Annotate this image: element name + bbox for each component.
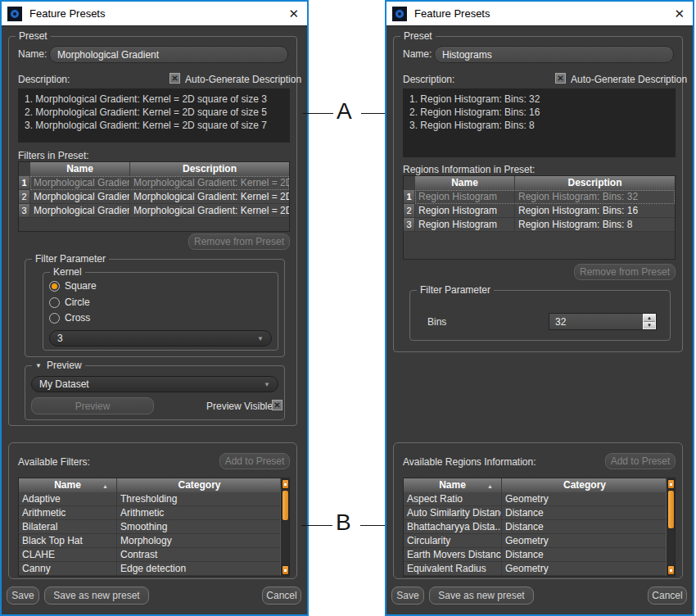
- table-row[interactable]: Adaptive Thresholding: [19, 492, 282, 506]
- table-corner: [19, 162, 30, 176]
- save-as-new-preset-button[interactable]: Save as new preset: [429, 587, 534, 605]
- name-label: Name:: [403, 48, 432, 60]
- table-row[interactable]: Bhattacharyya Dista... Distance: [404, 520, 667, 534]
- table-row[interactable]: Auto Similarity Distance Distance: [404, 506, 667, 520]
- cell-category: Distance: [502, 506, 667, 520]
- table-row[interactable]: Equivalent Radius Geometry: [404, 562, 667, 576]
- scrollbar[interactable]: [280, 478, 289, 576]
- available-regions-table: Name ▲ Category Aspect Ratio Geometry Au…: [403, 478, 676, 577]
- close-icon[interactable]: ✕: [674, 7, 685, 20]
- radio-label: Cross: [65, 312, 90, 324]
- column-header-category[interactable]: Category: [502, 478, 667, 492]
- cell-name: Region Histogram: [415, 218, 515, 232]
- name-input[interactable]: Histograms: [434, 46, 674, 63]
- radio-cross[interactable]: Cross: [49, 312, 90, 324]
- column-header-name[interactable]: Name ▲: [404, 478, 502, 492]
- table-row[interactable]: 3 Region Histogram Region Histogram: Bin…: [404, 218, 675, 232]
- table-row[interactable]: Bilateral Smoothing: [19, 520, 282, 534]
- add-to-preset-button[interactable]: Add to Preset: [219, 453, 290, 469]
- table-row[interactable]: 1 Region Histogram Region Histogram: Bin…: [404, 190, 675, 204]
- table-row[interactable]: 1 Morphological Gradient Morphological G…: [19, 176, 289, 190]
- column-header-name[interactable]: Name: [30, 162, 130, 176]
- filters-in-preset-label: Filters in Preset:: [18, 150, 89, 161]
- column-header-name[interactable]: Name: [415, 176, 515, 190]
- cell-category: Contrast: [117, 548, 282, 562]
- cell-category: Edge detection: [117, 562, 282, 576]
- cell-category: Morphology: [117, 534, 282, 548]
- cell-name: Circularity: [404, 534, 502, 548]
- table-row[interactable]: Earth Movers Distance Distance: [404, 548, 667, 562]
- cell-category: Smoothing: [117, 520, 282, 534]
- spin-down-icon[interactable]: ▼: [644, 321, 655, 328]
- column-header-category[interactable]: Category: [117, 478, 282, 492]
- description-line: 1. Morphological Gradient: Kernel = 2D s…: [25, 93, 283, 106]
- description-line: 3. Region Histogram: Bins: 8: [409, 119, 669, 132]
- cell-name: Bhattacharyya Dista...: [404, 520, 502, 534]
- scroll-thumb[interactable]: [667, 490, 675, 529]
- preset-group-title: Preset: [16, 30, 51, 42]
- table-row[interactable]: CLAHE Contrast: [19, 548, 282, 562]
- radio-button: [49, 313, 60, 324]
- cell-description: Morphological Gradient: Kernel = 2D ...: [130, 190, 289, 204]
- cell-name: Region Histogram: [415, 204, 515, 218]
- cell-name: Region Histogram: [415, 190, 515, 204]
- auto-generate-checkbox[interactable]: ✕: [169, 73, 180, 84]
- spin-up-icon[interactable]: ▲: [644, 315, 655, 321]
- description-line: 3. Morphological Gradient: Kernel = 2D s…: [25, 119, 283, 132]
- preview-visible-checkbox[interactable]: ✕: [272, 400, 282, 410]
- table-row[interactable]: Arithmetic Arithmetic: [19, 506, 282, 520]
- kernel-size-select[interactable]: 3 ▼: [49, 330, 272, 346]
- connector-line: [303, 113, 333, 114]
- column-header-description[interactable]: Description: [515, 176, 675, 190]
- cell-description: Region Histogram: Bins: 16: [515, 204, 675, 218]
- table-row[interactable]: Black Top Hat Morphology: [19, 534, 282, 548]
- radio-circle[interactable]: Circle: [49, 297, 90, 308]
- cell-name: Earth Movers Distance: [404, 548, 502, 562]
- dataset-select[interactable]: My Dataset ▼: [31, 376, 278, 392]
- save-button[interactable]: Save: [391, 587, 424, 605]
- scroll-up-button[interactable]: [667, 479, 675, 489]
- connector-label-a: A: [337, 98, 352, 125]
- bins-spinbox[interactable]: 32 ▲ ▼: [549, 313, 657, 330]
- connector-label-b: B: [336, 510, 351, 536]
- cancel-button[interactable]: Cancel: [262, 587, 301, 605]
- cell-name: Arithmetic: [19, 506, 117, 520]
- description-line: 1. Region Histogram: Bins: 32: [409, 93, 669, 106]
- name-input[interactable]: Morphological Gradient: [49, 46, 288, 63]
- table-corner: [404, 176, 415, 190]
- description-box[interactable]: 1. Region Histogram: Bins: 32 2. Region …: [403, 88, 676, 157]
- available-regions-label: Available Regions Information:: [403, 456, 536, 468]
- auto-generate-label: Auto-Generate Description: [185, 74, 301, 85]
- table-row[interactable]: Circularity Geometry: [404, 534, 667, 548]
- cancel-button[interactable]: Cancel: [648, 587, 687, 605]
- cell-description: Morphological Gradient: Kernel = 2D ...: [130, 176, 289, 190]
- save-as-new-preset-button[interactable]: Save as new preset: [44, 587, 149, 605]
- add-to-preset-button[interactable]: Add to Preset: [605, 453, 676, 469]
- scroll-up-button[interactable]: [282, 479, 289, 489]
- radio-label: Square: [65, 280, 97, 292]
- table-row[interactable]: 3 Morphological Gradient Morphological G…: [19, 204, 289, 218]
- table-row[interactable]: Aspect Ratio Geometry: [404, 492, 667, 506]
- remove-from-preset-button[interactable]: Remove from Preset: [188, 233, 290, 250]
- scroll-thumb[interactable]: [282, 490, 289, 521]
- collapse-icon[interactable]: ▼: [35, 362, 42, 369]
- auto-generate-checkbox[interactable]: ✕: [555, 73, 566, 84]
- save-button[interactable]: Save: [7, 587, 39, 605]
- column-header-name[interactable]: Name ▲: [19, 478, 117, 492]
- preview-button[interactable]: Preview: [31, 397, 154, 414]
- kernel-group-title: Kernel: [50, 266, 85, 278]
- description-line: 2. Region Histogram: Bins: 16: [409, 106, 669, 119]
- scrollbar[interactable]: [666, 478, 675, 576]
- cell-name: Equivalent Radius: [404, 562, 502, 576]
- scroll-down-button[interactable]: [282, 565, 289, 575]
- remove-from-preset-button[interactable]: Remove from Preset: [574, 264, 676, 280]
- table-row[interactable]: Canny Edge detection: [19, 562, 282, 576]
- window-title: Feature Presets: [414, 7, 490, 20]
- table-row[interactable]: 2 Region Histogram Region Histogram: Bin…: [404, 204, 675, 218]
- close-icon[interactable]: ✕: [288, 7, 299, 20]
- description-box[interactable]: 1. Morphological Gradient: Kernel = 2D s…: [18, 88, 290, 143]
- table-row[interactable]: 2 Morphological Gradient Morphological G…: [19, 190, 289, 204]
- column-header-description[interactable]: Description: [130, 162, 289, 176]
- scroll-down-button[interactable]: [667, 565, 675, 575]
- radio-square[interactable]: Square: [49, 280, 97, 292]
